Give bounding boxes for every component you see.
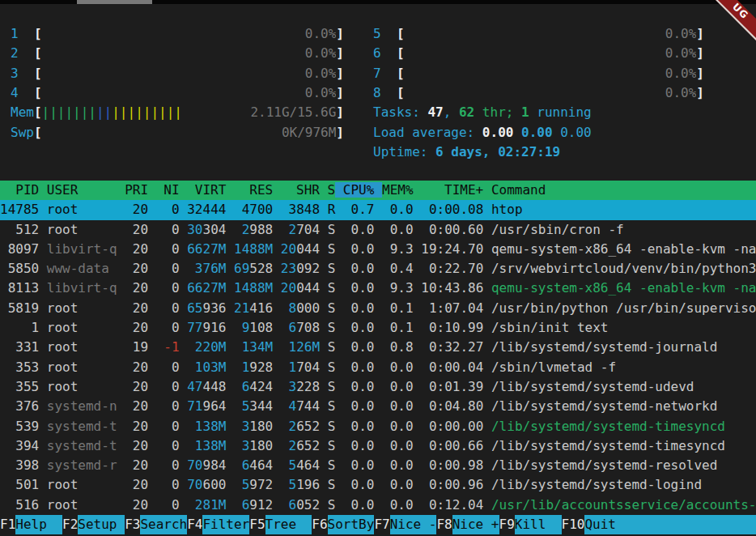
cell-command: /sbin/init text: [491, 320, 609, 335]
fn-key-f9[interactable]: F9: [499, 515, 515, 534]
fn-label-setup[interactable]: Setup: [78, 515, 125, 534]
cell-command: qemu-system-x86_64 -enable-kvm -na: [491, 241, 756, 257]
process-row-398[interactable]: 398 systemd-r 20 0 70984 6464 5464 S 0.0…: [0, 456, 756, 475]
meters-left-column: 1 [0.0%]2 [0.0%]3 [0.0%]4 [0.0%]Mem[||||…: [11, 24, 344, 143]
cell-command: /lib/systemd/systemd-udevd: [491, 379, 694, 394]
process-row-8113[interactable]: 8113 libvirt-q 20 0 6627M 1488M 20044 S …: [0, 279, 756, 298]
process-row-5850[interactable]: 5850 www-data 20 0 376M 69528 23092 S 0.…: [0, 259, 756, 279]
cpu-meter-3: 3 [0.0%]: [11, 64, 344, 83]
column-header-shr[interactable]: SHR: [273, 182, 320, 198]
fnbar-filler: [631, 515, 756, 534]
fn-label-quit[interactable]: Quit: [584, 515, 631, 534]
fn-key-f5[interactable]: F5: [249, 515, 265, 534]
column-header-s[interactable]: S: [320, 182, 335, 198]
cell-command: /usr/lib/accountsservice/accounts-: [491, 497, 756, 513]
cpu-meter-7: 7 [0.0%]: [373, 64, 704, 83]
process-row-1[interactable]: 1 root 20 0 77916 9108 6708 S 0.0 0.1 0:…: [0, 318, 756, 338]
column-header-pri[interactable]: PRI: [117, 182, 149, 198]
process-row-353[interactable]: 353 root 20 0 103M 1928 1704 S 0.0 0.0 0…: [0, 358, 756, 377]
tasks-summary: Tasks: 47, 62 thr; 1 running: [373, 103, 704, 122]
table-body: 14785 root 20 0 32444 4700 3848 R 0.7 0.…: [0, 200, 756, 515]
column-header-command[interactable]: Command: [483, 182, 546, 198]
process-table: PID USER PRI NI VIRT RES SHR S CPU% MEM%…: [0, 181, 756, 515]
top-gray-bar: [77, 0, 152, 4]
swap-meter: Swp[0K/976M]: [11, 123, 344, 143]
process-row-516[interactable]: 516 root 20 0 281M 6912 6052 S 0.0 0.0 0…: [0, 496, 756, 515]
cell-command: /lib/systemd/systemd-logind: [491, 477, 702, 492]
process-row-355[interactable]: 355 root 20 0 47448 6424 3228 S 0.0 0.0 …: [0, 377, 756, 397]
cell-command: /sbin/lvmetad -f: [491, 359, 616, 375]
cpu-meter-8: 8 [0.0%]: [373, 83, 704, 103]
column-header-pid[interactable]: PID: [0, 182, 39, 198]
cpu-meter-1: 1 [0.0%]: [11, 24, 344, 44]
cpu-meter-5: 5 [0.0%]: [373, 24, 704, 44]
process-row-14785[interactable]: 14785 root 20 0 32444 4700 3848 R 0.7 0.…: [0, 200, 756, 219]
fn-key-f2[interactable]: F2: [62, 515, 78, 534]
cell-command: /usr/bin/python /usr/bin/superviso: [491, 300, 756, 316]
fn-label-help[interactable]: Help: [15, 515, 62, 534]
cell-command: /srv/webvirtcloud/venv/bin/python3: [491, 261, 756, 276]
process-row-331[interactable]: 331 root 19 -1 220M 134M 126M S 0.0 0.8 …: [0, 338, 756, 357]
process-row-8097[interactable]: 8097 libvirt-q 20 0 6627M 1488M 20044 S …: [0, 240, 756, 259]
column-header-cpu[interactable]: CPU%: [335, 182, 382, 198]
cpu-meter-2: 2 [0.0%]: [11, 44, 344, 63]
cell-command: htop: [491, 202, 523, 217]
function-key-bar: F1Help F2Setup F3SearchF4FilterF5Tree F6…: [0, 515, 756, 534]
process-row-376[interactable]: 376 systemd-n 20 0 71964 5344 4744 S 0.0…: [0, 397, 756, 416]
column-header-ni[interactable]: NI: [148, 182, 180, 198]
cell-command: qemu-system-x86_64 -enable-kvm -na: [491, 280, 756, 296]
fn-key-f6[interactable]: F6: [312, 515, 327, 534]
meters-right-column: 5 [0.0%]6 [0.0%]7 [0.0%]8 [0.0%]Tasks: 4…: [373, 24, 704, 163]
process-row-5819[interactable]: 5819 root 20 0 65936 21416 8000 S 0.0 0.…: [0, 299, 756, 318]
fn-label-filter[interactable]: Filter: [202, 515, 249, 534]
process-row-394[interactable]: 394 systemd-t 20 0 138M 3180 2652 S 0.0 …: [0, 436, 756, 456]
fn-label-tree[interactable]: Tree: [265, 515, 312, 534]
fn-key-f8[interactable]: F8: [436, 515, 452, 534]
cell-command: /usr/sbin/cron -f: [491, 222, 624, 237]
cell-command: /lib/systemd/systemd-timesyncd: [491, 438, 725, 453]
cell-command: /lib/systemd/systemd-journald: [491, 339, 717, 355]
fn-label-nice-[interactable]: Nice +: [452, 515, 499, 534]
column-header-time[interactable]: TIME+: [414, 182, 484, 198]
fn-key-f3[interactable]: F3: [125, 515, 140, 534]
cell-command: /lib/systemd/systemd-resolved: [491, 457, 717, 473]
column-header-virt[interactable]: VIRT: [180, 182, 227, 198]
cell-command: /lib/systemd/systemd-networkd: [491, 398, 717, 414]
fn-key-f7[interactable]: F7: [374, 515, 389, 534]
htop-terminal-screen: { "app": { "name": "htop" }, "colors": {…: [0, 0, 756, 536]
fn-key-f4[interactable]: F4: [187, 515, 202, 534]
fn-label-sortby[interactable]: SortBy: [328, 515, 375, 534]
memory-meter: Mem[||||||||||||||||||2.11G/15.6G]: [11, 103, 344, 122]
column-header-user[interactable]: USER: [39, 182, 117, 198]
process-row-512[interactable]: 512 root 20 0 30304 2988 2704 S 0.0 0.0 …: [0, 220, 756, 240]
uptime: Uptime: 6 days, 02:27:19: [373, 143, 704, 162]
fn-key-f10[interactable]: F10: [562, 515, 585, 534]
table-header-row[interactable]: PID USER PRI NI VIRT RES SHR S CPU% MEM%…: [0, 181, 756, 200]
column-header-mem[interactable]: MEM%: [382, 182, 414, 198]
debug-ribbon: UG: [702, 0, 756, 49]
fn-label-search[interactable]: Search: [140, 515, 187, 534]
cell-command: /lib/systemd/systemd-timesyncd: [491, 419, 725, 434]
fn-label-nice-[interactable]: Nice -: [390, 515, 437, 534]
cpu-meter-4: 4 [0.0%]: [11, 83, 344, 103]
process-row-539[interactable]: 539 systemd-t 20 0 138M 3180 2652 S 0.0 …: [0, 417, 756, 436]
cpu-meter-6: 6 [0.0%]: [373, 44, 704, 63]
process-row-501[interactable]: 501 root 20 0 70600 5972 5196 S 0.0 0.0 …: [0, 475, 756, 495]
fn-label-kill[interactable]: Kill: [515, 515, 562, 534]
column-header-res[interactable]: RES: [226, 182, 273, 198]
load-average: Load average: 0.00 0.00 0.00: [373, 123, 704, 143]
fn-key-f1[interactable]: F1: [0, 515, 15, 534]
